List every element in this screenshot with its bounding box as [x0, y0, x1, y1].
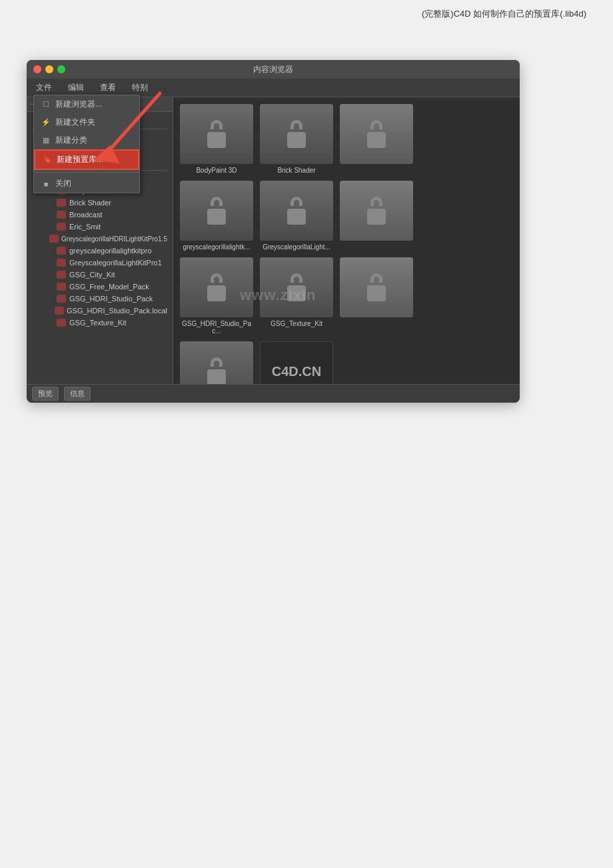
grid-thumb-extra1	[340, 104, 413, 164]
info-btn[interactable]: 信息	[64, 387, 91, 401]
lock-icon-1	[207, 120, 226, 148]
right-panel: BodyPaint 3D Brick Shader	[173, 97, 520, 384]
grid-thumb-extra3	[340, 257, 413, 317]
close-label: 关闭	[55, 178, 71, 189]
title-bar: 内容浏览器	[27, 60, 520, 79]
lock-icon-6	[367, 197, 386, 225]
content-browser-window: 内容浏览器 文件 编辑 查看 特别 ☐ 新建浏览器... ⚡ 新建文件夹 ▦ 新…	[27, 60, 520, 403]
browser-icon: ☐	[41, 99, 51, 110]
grid-thumb-sculpting	[180, 341, 253, 384]
tree-item-gsg-city[interactable]: GSG_City_Kit	[27, 269, 173, 281]
grid-label-greyscale-lightk: greyscalegorillalightk...	[183, 243, 250, 251]
tree-label-gsg-city: GSG_City_Kit	[69, 271, 115, 279]
grid-row-2: greyscalegorillalightk... Greyscalegoril…	[180, 181, 513, 251]
lock-icon-9	[367, 273, 386, 301]
menu-special[interactable]: 特别	[129, 81, 151, 94]
close-item[interactable]: ■ 关闭	[34, 175, 139, 193]
gsg-hdri-local-icon	[55, 306, 64, 315]
tree-label-eric: Eric_Smit	[69, 223, 101, 231]
bottom-bar: 预览 信息	[27, 384, 520, 403]
lock-icon-4	[207, 197, 226, 225]
close-button[interactable]	[33, 65, 41, 73]
grid-item-gsg-hdri-pack[interactable]: GSG_HDRI_Studio_Pac...	[180, 257, 253, 335]
gsg-hdri-icon	[56, 294, 67, 303]
brick-icon	[56, 198, 67, 207]
tree-label-brick: Brick Shader	[69, 199, 111, 207]
grid-item-sculpting[interactable]: Sculpting	[180, 341, 253, 384]
preset-icon: 🔖	[42, 155, 53, 165]
tree-item-brick[interactable]: Brick Shader	[27, 197, 173, 209]
eric-icon	[56, 222, 67, 231]
menu-edit[interactable]: 编辑	[65, 81, 87, 94]
file-icon: ⚡	[41, 117, 51, 128]
menu-view[interactable]: 查看	[97, 81, 119, 94]
new-category-item[interactable]: ▦ 新建分类	[34, 131, 139, 149]
tree-label-gsg-texture: GSG_Texture_Kit	[69, 319, 127, 327]
dropdown-separator	[34, 172, 139, 173]
grid-row-1: BodyPaint 3D Brick Shader	[180, 104, 513, 174]
grid-thumb-greyscale-lightk	[180, 181, 253, 241]
tree-item-greyscale-hdri[interactable]: GreyscalegorillaHDRILightKitPro1.5	[27, 233, 173, 245]
tree-label-gsg-hdri: GSG_HDRI_Studio_Pack	[69, 295, 153, 303]
grid-item-gsg-texture-kit[interactable]: GSG_Texture_Kit	[260, 257, 333, 335]
file-dropdown: ☐ 新建浏览器... ⚡ 新建文件夹 ▦ 新建分类 🔖 新建预置库... ■ 关…	[33, 95, 140, 193]
grid-thumb-gsg-texture-kit	[260, 257, 333, 317]
new-category-label: 新建分类	[55, 135, 87, 146]
tree-item-greyscale-light[interactable]: greyscalegorillalightkitpro	[27, 245, 173, 257]
lock-icon-10	[207, 357, 226, 384]
gsg-city-icon	[56, 270, 67, 279]
minimize-button[interactable]	[45, 65, 53, 73]
grid-label-greyscale-light: GreyscalegorillaLight...	[263, 243, 330, 251]
grid-label-bodypaint: BodyPaint 3D	[196, 167, 237, 174]
tree-label-greyscale-light: greyscalegorillalightkitpro	[69, 247, 152, 255]
grid-item-extra2[interactable]	[340, 181, 413, 251]
new-browser-item[interactable]: ☐ 新建浏览器...	[34, 95, 139, 113]
grid-item-brick[interactable]: Brick Shader	[260, 104, 333, 174]
grid-item-greyscale-light[interactable]: GreyscalegorillaLight...	[260, 181, 333, 251]
window-title: 内容浏览器	[253, 64, 293, 75]
grid-item-brand-display: C4D.CN	[260, 341, 333, 384]
tree-label-gsg-hdri-local: GSG_HDRI_Studio_Pack.local	[67, 307, 167, 315]
menu-bar: 文件 编辑 查看 特别 ☐ 新建浏览器... ⚡ 新建文件夹 ▦ 新建分类 🔖 …	[27, 79, 520, 97]
grid-item-bodypaint[interactable]: BodyPaint 3D	[180, 104, 253, 174]
grid-row-3: GSG_HDRI_Studio_Pac... GSG_Texture_Kit	[180, 257, 513, 335]
new-preset-label: 新建预置库...	[57, 154, 103, 165]
grid-thumb-extra2	[340, 181, 413, 241]
grid-item-greyscale-lightk[interactable]: greyscalegorillalightk...	[180, 181, 253, 251]
lock-icon-7	[207, 273, 226, 301]
grid-thumb-gsg-hdri-pack	[180, 257, 253, 317]
new-preset-item[interactable]: 🔖 新建预置库...	[34, 149, 139, 170]
tree-item-gsg-texture[interactable]: GSG_Texture_Kit	[27, 317, 173, 329]
maximize-button[interactable]	[57, 65, 65, 73]
grid-thumb-greyscale-light	[260, 181, 333, 241]
tree-item-broadcast[interactable]: Broadcast	[27, 209, 173, 221]
preview-btn[interactable]: 预览	[32, 387, 59, 401]
grid-item-extra1[interactable]	[340, 104, 413, 174]
tree-item-eric[interactable]: Eric_Smit	[27, 221, 173, 233]
tree-label-gsg-free: GSG_Free_Model_Pack	[69, 283, 149, 291]
grid-item-extra3[interactable]	[340, 257, 413, 335]
tree-item-greyscale-kit1[interactable]: GreyscalegorillaLightKitPro1	[27, 257, 173, 269]
tree-label-greyscale-hdri: GreyscalegorillaHDRILightKitPro1.5	[61, 235, 167, 243]
lock-icon-3	[367, 120, 386, 148]
grid-row-4: Sculpting C4D.CN	[180, 341, 513, 384]
grid-thumb-bodypaint	[180, 104, 253, 164]
tree-label-broadcast: Broadcast	[69, 211, 103, 219]
greyscale-light-icon	[56, 246, 67, 255]
traffic-lights	[33, 65, 65, 73]
close-icon: ■	[41, 179, 51, 189]
category-icon: ▦	[41, 135, 51, 146]
gsg-texture-icon	[56, 318, 67, 327]
tree-item-gsg-hdri[interactable]: GSG_HDRI_Studio_Pack	[27, 293, 173, 305]
grid-thumb-brick	[260, 104, 333, 164]
new-file-item[interactable]: ⚡ 新建文件夹	[34, 113, 139, 131]
lock-icon-5	[287, 197, 306, 225]
tree-item-gsg-hdri-local[interactable]: GSG_HDRI_Studio_Pack.local	[27, 305, 173, 317]
lock-icon-8	[287, 273, 306, 301]
grid-label-brick: Brick Shader	[277, 167, 315, 174]
menu-file[interactable]: 文件	[33, 81, 55, 94]
grid-label-gsg-hdri-pack: GSG_HDRI_Studio_Pac...	[180, 320, 253, 335]
grid-label-gsg-texture-kit: GSG_Texture_Kit	[271, 320, 322, 327]
grid-thumb-brand: C4D.CN	[260, 341, 333, 384]
tree-item-gsg-free[interactable]: GSG_Free_Model_Pack	[27, 281, 173, 293]
